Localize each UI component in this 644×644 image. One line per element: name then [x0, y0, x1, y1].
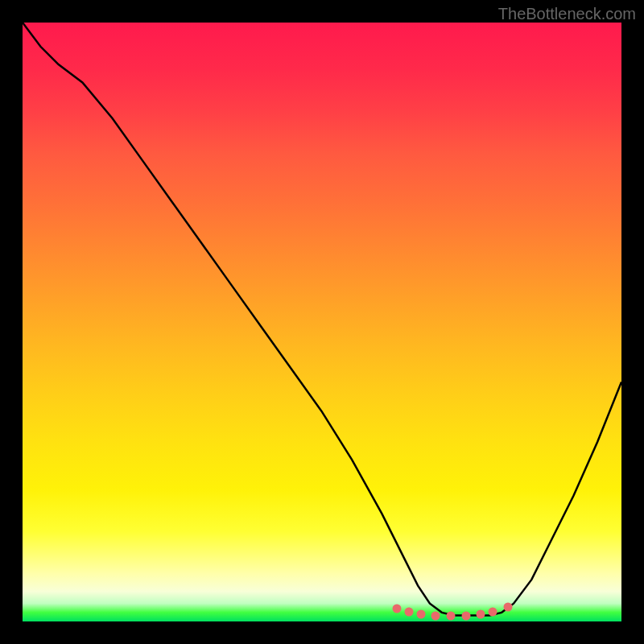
chart-marker — [404, 608, 413, 617]
chart-marker — [489, 608, 497, 617]
chart-plot-area — [23, 23, 621, 621]
chart-marker — [477, 610, 485, 619]
chart-marker — [416, 610, 425, 619]
chart-markers-layer — [23, 23, 621, 621]
watermark-text: TheBottleneck.com — [498, 5, 636, 23]
chart-marker — [393, 604, 402, 613]
chart-marker — [503, 603, 512, 612]
chart-marker — [461, 611, 470, 620]
chart-marker — [446, 611, 455, 620]
chart-marker — [431, 611, 440, 620]
